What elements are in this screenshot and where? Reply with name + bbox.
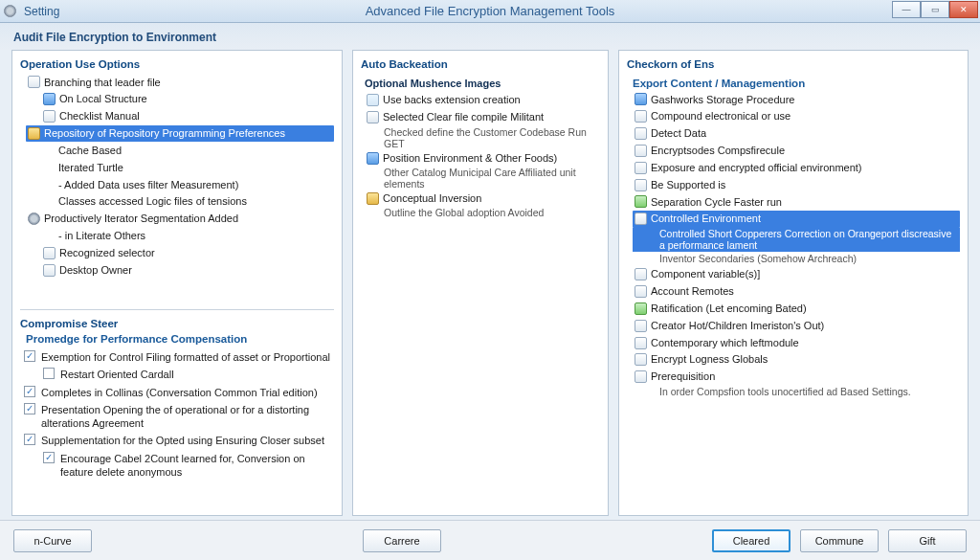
page-icon	[43, 247, 56, 259]
right-item[interactable]: Controlled Environment	[633, 211, 960, 228]
tree-item[interactable]: Productively Iterator Segmentation Added	[26, 211, 334, 228]
option-tree[interactable]: Branching that leader fileOn Local Struc…	[20, 74, 334, 279]
checkbox-icon[interactable]	[24, 403, 35, 414]
right-item[interactable]: Account Remotes	[633, 283, 960, 301]
mid-item[interactable]: Conceptual Inversion	[361, 190, 600, 207]
mid-item-list: Use backs extension creationSelected Cle…	[361, 91, 600, 218]
checkbox-icon[interactable]	[24, 434, 35, 445]
minimize-button[interactable]: —	[892, 1, 921, 18]
check-item[interactable]: Completes in Collinas (Conversation Comm…	[24, 384, 334, 401]
checkbox-list: Exemption for Control Filing formatted o…	[20, 348, 334, 481]
right-item-label: Detect Data	[651, 126, 706, 141]
titlebar: Setting Advanced File Encryption Managem…	[0, 0, 980, 23]
right-item-label: Be Supported is	[651, 178, 725, 192]
check-item[interactable]: Exemption for Control Filing formatted o…	[24, 348, 334, 366]
footer-secondary-button[interactable]: Commune	[800, 529, 879, 552]
mid-item-label: Selected Clear file compile Militant	[383, 110, 544, 123]
right-item[interactable]: Compound electronical or use	[633, 108, 960, 125]
tree-item[interactable]: Cache Based	[26, 142, 334, 159]
mid-item[interactable]: Use backs extension creation	[361, 91, 600, 108]
page-icon	[43, 110, 56, 123]
tree-item[interactable]: Classes accessed Logic files of tensions	[26, 193, 334, 211]
mid-item-label: Conceptual Inversion	[383, 191, 481, 205]
blue-icon	[635, 93, 647, 105]
tick-icon	[367, 94, 379, 106]
footer-center-button[interactable]: Carrere	[363, 529, 441, 552]
tree-item[interactable]: Iterated Turtle	[26, 159, 334, 176]
tree-item-label: Cache Based	[58, 144, 122, 158]
footer: n-Curve Carrere Cleared Commune Gift	[0, 520, 980, 560]
right-item-label: Encrypt Logness Globals	[651, 352, 768, 367]
tree-item[interactable]: - Added Data uses filter Measurement)	[26, 176, 334, 193]
tree-item-label: On Local Structure	[59, 92, 147, 106]
right-item-list[interactable]: Gashworks Storage ProcedureCompound elec…	[627, 91, 960, 399]
right-item[interactable]: Detect Data	[633, 125, 960, 143]
tree-item-label: - Added Data uses filter Measurement)	[58, 178, 238, 192]
tree-item-label: Productively Iterator Segmentation Added	[44, 212, 238, 226]
right-item[interactable]: Component variable(s)]	[633, 266, 960, 283]
right-item[interactable]: Separation Cycle Faster run	[633, 193, 960, 211]
right-item-label: Gashworks Storage Procedure	[651, 93, 794, 107]
check-item-label: Presentation Opening the of operational …	[41, 403, 334, 431]
tree-item[interactable]: Repository of Repository Programming Pre…	[26, 125, 334, 143]
tree-item[interactable]: Desktop Owner	[26, 261, 334, 279]
left-upper-title: Operation Use Options	[20, 58, 334, 70]
mid-item[interactable]: Selected Clear file compile Militant	[361, 108, 600, 125]
right-item-label: Account Remotes	[651, 284, 734, 299]
right-item[interactable]: Exposure and encrypted official environm…	[633, 159, 960, 176]
page-icon	[635, 213, 647, 225]
mid-panel: Auto Backeation Optional Mushence Images…	[352, 50, 609, 516]
tree-item[interactable]: Recognized selector	[26, 244, 334, 261]
left-panel: Operation Use Options Branching that lea…	[11, 50, 343, 516]
tree-item[interactable]: Checklist Manual	[26, 108, 334, 125]
checkbox-icon[interactable]	[43, 368, 55, 379]
right-item-label: Creator Hot/Children Imeriston's Out)	[651, 319, 824, 333]
check-item[interactable]: Presentation Opening the of operational …	[24, 401, 334, 433]
right-item[interactable]: Be Supported is	[633, 176, 960, 193]
checkbox-icon[interactable]	[24, 386, 35, 397]
check-item-label: Encourage Cabel 2Count learned for, Conv…	[60, 452, 334, 480]
check-item-label: Exemption for Control Filing formatted o…	[41, 350, 330, 364]
tree-item[interactable]: On Local Structure	[26, 91, 334, 108]
checkbox-icon[interactable]	[24, 350, 35, 362]
page-icon	[635, 110, 647, 123]
maximize-button[interactable]: ▭	[921, 1, 949, 18]
app-icon	[4, 5, 16, 17]
check-item-label: Completes in Collinas (Conversation Comm…	[41, 386, 318, 399]
right-item[interactable]: Encrypt Logness Globals	[633, 351, 960, 369]
right-item[interactable]: Gashworks Storage Procedure	[633, 91, 960, 108]
mid-item[interactable]: Position Environment & Other Foods)	[361, 149, 600, 167]
page-icon	[635, 145, 647, 157]
tree-item[interactable]: - in Literate Others	[26, 228, 334, 245]
right-item[interactable]: Prerequisition	[633, 369, 960, 386]
check-item[interactable]: Supplementation for the Opted using Ensu…	[24, 432, 334, 449]
right-item[interactable]: Ratification (Let encoming Bated)	[633, 300, 960, 317]
left-lower-subtitle: Promedge for Performance Compensation	[26, 333, 334, 345]
right-item[interactable]: Creator Hot/Children Imeriston's Out)	[633, 317, 960, 334]
page-icon	[43, 264, 56, 277]
right-item-label: Compound electronical or use	[651, 109, 791, 123]
right-item[interactable]: Contemporary which leftmodule	[633, 334, 960, 351]
right-item[interactable]: Encryptsodes Compsfirecule	[633, 143, 960, 160]
mid-item-label: Use backs extension creation	[383, 93, 521, 106]
right-item-desc: Controlled Short Copperers Correction on…	[633, 228, 960, 252]
tree-item[interactable]: Branching that leader file	[26, 74, 334, 91]
footer-primary-button[interactable]: Cleared	[712, 529, 791, 552]
close-button[interactable]: ✕	[949, 1, 978, 18]
tree-item-label: - in Literate Others	[58, 229, 145, 243]
right-group-title: Export Content / Managemention	[633, 78, 960, 89]
footer-close-button[interactable]: Gift	[888, 529, 967, 552]
check-item-label: Supplementation for the Opted using Ensu…	[41, 434, 324, 447]
right-item-label: Contemporary which leftmodule	[651, 336, 799, 350]
right-item-label: Exposure and encrypted official environm…	[651, 161, 862, 175]
check-item[interactable]: Restart Oriented Cardall	[24, 366, 334, 383]
right-title: Checkorn of Ens	[627, 58, 960, 70]
right-item-label: Controlled Environment	[651, 212, 761, 226]
tree-item-label: Desktop Owner	[59, 263, 132, 278]
green-icon	[635, 302, 647, 315]
check-item[interactable]: Encourage Cabel 2Count learned for, Conv…	[24, 450, 334, 482]
footer-left-button[interactable]: n-Curve	[13, 529, 92, 552]
page-icon	[635, 127, 647, 140]
right-item-label: Ratification (Let encoming Bated)	[651, 302, 807, 316]
checkbox-icon[interactable]	[43, 452, 55, 463]
